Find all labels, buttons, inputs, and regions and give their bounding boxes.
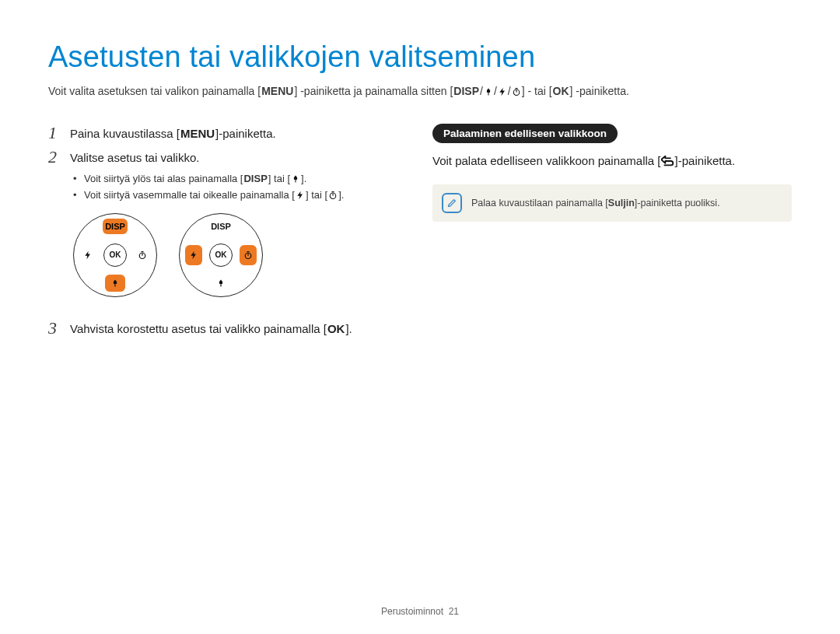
page-footer: Perustoiminnot 21 <box>0 606 840 617</box>
return-text: ]-painiketta. <box>675 154 736 167</box>
timer-icon <box>327 191 338 200</box>
section-badge: Palaaminen edelliseen valikkoon <box>432 124 618 143</box>
note-icon <box>442 193 462 213</box>
step-text: Vahvista korostettu asetus tai valikko p… <box>70 322 327 335</box>
ok-label: OK <box>327 321 346 338</box>
note-bold: Suljin <box>608 198 635 208</box>
intro-text: ] -painiketta. <box>570 85 629 97</box>
page-title: Asetusten tai valikkojen valitseminen <box>48 40 792 74</box>
note-text: Palaa kuvaustilaan painamalla [ <box>471 198 608 208</box>
step-1: 1 Paina kuvaustilassa [MENU]-painiketta. <box>48 124 408 143</box>
intro-text: Voit valita asetuksen tai valikon painam… <box>48 85 261 97</box>
step-number: 3 <box>48 319 70 338</box>
dial-right-timer-icon <box>134 245 151 265</box>
step-text: ]. <box>345 322 352 335</box>
bullet-text: Voit siirtyä vasemmalle tai oikealle pai… <box>84 189 295 201</box>
macro-icon <box>290 174 301 184</box>
bullet-text: ]. <box>301 173 306 184</box>
bullet-text: ] tai [ <box>306 189 327 201</box>
step-text: ]-painiketta. <box>215 127 276 140</box>
note-box: Palaa kuvaustilaan painamalla [Suljin]-p… <box>432 184 792 222</box>
bullet-text: ]. <box>338 189 344 201</box>
step-2: 2 Valitse asetus tai valikko. <box>48 148 408 167</box>
ok-label: OK <box>552 85 570 97</box>
macro-icon <box>483 87 494 96</box>
intro-paragraph: Voit valita asetuksen tai valikon painam… <box>48 85 792 97</box>
step-text: Paina kuvaustilassa [ <box>70 127 180 140</box>
dial-left-flash-icon <box>185 245 202 265</box>
footer-section: Perustoiminnot <box>381 606 443 617</box>
left-column: 1 Paina kuvaustilassa [MENU]-painiketta.… <box>48 124 408 342</box>
disp-label: DISP <box>453 85 480 97</box>
dial-top-disp: DISP <box>208 219 233 234</box>
flash-icon <box>497 87 508 96</box>
menu-label: MENU <box>180 125 215 143</box>
footer-page-number: 21 <box>449 606 459 617</box>
step-number: 2 <box>48 148 70 166</box>
dial-center-ok: OK <box>103 243 127 267</box>
disp-label: DISP <box>243 171 268 187</box>
dial-bottom-macro-icon <box>211 275 231 292</box>
dial-horizontal: DISP OK <box>179 213 263 297</box>
flash-icon <box>295 191 306 200</box>
note-text: ]-painiketta puoliksi. <box>635 198 720 208</box>
timer-icon <box>511 87 522 96</box>
intro-text: ] -painiketta ja painamalla sitten [ <box>294 85 453 97</box>
dial-center-ok: OK <box>209 243 233 267</box>
step-text: Valitse asetus tai valikko. <box>70 148 408 167</box>
dial-top-disp: DISP <box>103 219 128 234</box>
bullet-text: ] tai [ <box>268 173 290 184</box>
dial-vertical: DISP OK <box>73 213 157 297</box>
menu-label: MENU <box>261 85 294 97</box>
step-3: 3 Vahvista korostettu asetus tai valikko… <box>48 319 408 338</box>
intro-text: ] - tai [ <box>522 85 552 97</box>
dial-illustration: DISP OK DISP OK <box>73 213 408 297</box>
dial-bottom-macro-icon <box>105 275 125 292</box>
dial-right-timer-icon <box>240 245 257 265</box>
return-text: Voit palata edelliseen valikkoon painama… <box>432 154 661 167</box>
return-paragraph: Voit palata edelliseen valikkoon painama… <box>432 152 792 170</box>
right-column: Palaaminen edelliseen valikkoon Voit pal… <box>432 124 792 342</box>
dial-left-flash-icon <box>79 245 96 265</box>
bullet-text: Voit siirtyä ylös tai alas painamalla [ <box>84 173 243 184</box>
step-2-bullets: Voit siirtyä ylös tai alas painamalla [D… <box>73 171 408 204</box>
step-number: 1 <box>48 124 70 142</box>
back-icon <box>661 156 675 166</box>
